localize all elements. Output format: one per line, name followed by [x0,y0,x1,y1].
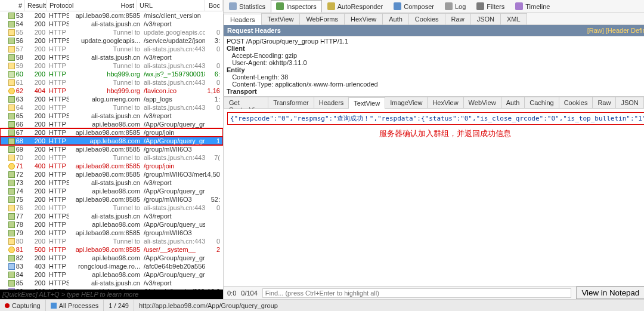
request-header-line: Entity [227,66,644,73]
session-row[interactable]: 78200HTTPapi.lebao98.com/App/Group/query… [0,220,223,229]
toolbar-statistics[interactable]: Statistics [224,0,271,13]
status-bar: Capturing All Processes 1 / 249 http://a… [0,299,644,311]
session-row[interactable]: 75200HTTPapi.lebao98.com:8585/group/mWII… [0,195,223,204]
resp-tab-json[interactable]: JSON [615,97,643,108]
sessions-columns[interactable]: # Result Protocol Host URL Boc [0,0,223,11]
session-row[interactable]: 85200HTTPSali-stats.jpush.cn/v3/report [0,279,223,287]
response-body[interactable]: {"respcode":"0","respmsg":"查询成功！","respd… [224,109,644,286]
session-row[interactable]: 56200HTTPSupdate.googleapis.../service/u… [0,36,223,45]
col-body[interactable]: Boc [205,0,223,11]
resp-tab-caching[interactable]: Caching [524,97,559,108]
toolbar-autoresponder[interactable]: AutoResponder [322,0,388,13]
session-row[interactable]: 82200HTTPapi.lebao98.com/App/Group/query… [0,254,223,262]
sessions-list[interactable]: 53200HTTPSapi.lebao98.com:8585/misc/clie… [0,11,223,290]
req-tab-json[interactable]: JSON [470,13,501,24]
session-row[interactable]: 83403HTTProngcloud-image.ro.../afc0e64b9… [0,262,223,270]
col-url[interactable]: URL [137,0,205,11]
session-row[interactable]: 71400HTTPapi.lebao98.com:8585/group/join [0,162,223,170]
session-row[interactable]: 65200HTTPSali-stats.jpush.cn/v3/report [0,112,223,120]
session-type-icon [8,280,15,287]
session-type-icon [8,146,15,153]
view-in-notepad-button[interactable]: View in Notepad [576,287,644,299]
request-headers-body[interactable]: POST /App/Group/query_group HTTP/1.1Clie… [224,36,644,97]
response-json[interactable]: {"respcode":"0","respmsg":"查询成功！","respd… [227,112,644,125]
request-headers-title: Request Headers [227,27,281,34]
session-row[interactable]: 77200HTTPSali-stats.jpush.cn/v3/report [0,212,223,220]
filters-icon [476,2,484,10]
req-tab-textview[interactable]: TextView [261,13,301,24]
col-protocol[interactable]: Protocol [47,0,69,11]
toolbar-composer[interactable]: Composer [388,0,439,13]
session-row[interactable]: 70200HTTPTunnel toali-stats.jpush.cn:443… [0,153,223,162]
response-note: 服务器确认加入群组，并返回成功信息 [227,128,644,139]
session-row[interactable]: 73200HTTPSali-stats.jpush.cn/v3/report [0,178,223,187]
session-row[interactable]: 60200HTTPhbq999.org/wx.js?_=159790001873… [0,70,223,78]
session-type-icon [8,255,15,261]
col-num[interactable]: # [0,0,25,11]
session-row[interactable]: 63200HTTPSalog.umeng.com/app_logs1: [0,95,223,103]
session-type-icon [8,113,15,119]
session-type-icon [8,54,15,61]
session-row[interactable]: 53200HTTPSapi.lebao98.com:8585/misc/clie… [0,11,223,20]
capturing-indicator[interactable]: Capturing [0,300,46,311]
quickexec-bar[interactable]: [QuickExec] ALT+Q > type HELP to learn m… [0,290,223,299]
timeline-icon [515,2,523,10]
resp-tab-hexview[interactable]: HexView [427,97,463,108]
session-row[interactable]: 74200HTTPapi.lebao98.com/App/Group/query… [0,187,223,195]
col-result[interactable]: Result [25,0,47,11]
resp-tab-auth[interactable]: Auth [501,97,525,108]
resp-tab-webview[interactable]: WebView [463,97,501,108]
toolbar-inspectors[interactable]: Inspectors [271,0,322,13]
session-type-icon [8,88,15,94]
req-tab-xml[interactable]: XML [500,13,527,24]
resp-tab-cookies[interactable]: Cookies [559,97,593,108]
session-type-icon [8,238,15,245]
session-row[interactable]: 80200HTTPTunnel toali-stats.jpush.cn:443… [0,237,223,245]
find-input[interactable] [262,288,572,298]
session-row[interactable]: 55200HTTPTunnel toupdate.googleapis.com:… [0,28,223,36]
toolbar-timeline[interactable]: Timeline [510,0,555,13]
response-tabs: Get SyntaxViewTransformerHeadersTextView… [224,97,644,109]
toolbar-filters[interactable]: Filters [471,0,510,13]
request-header-line: User-Agent: okhttp/3.11.0 [227,59,644,66]
toolbar-log[interactable]: Log [439,0,471,13]
session-row[interactable]: 62404HTTPhbq999.org/favicon.ico1,16 [0,87,223,95]
session-row[interactable]: 79200HTTPapi.lebao98.com:8585/group/mWII… [0,229,223,237]
session-row[interactable]: 66200HTTPapi.lebao98.com/App/Group/query… [0,120,223,128]
session-type-icon [8,230,15,236]
request-tabs: HeadersTextViewWebFormsHexViewAuthCookie… [224,13,644,25]
resp-tab-transformer[interactable]: Transformer [268,97,314,108]
session-row[interactable]: 67200HTTPapi.lebao98.com:8585/group/join [0,128,223,137]
resp-tab-imageview[interactable]: ImageView [385,97,428,108]
resp-tab-textview[interactable]: TextView [348,97,385,109]
session-row[interactable]: 64200HTTPTunnel toali-stats.jpush.cn:443… [0,103,223,112]
session-row[interactable]: 59200HTTPTunnel toali-stats.jpush.cn:443… [0,61,223,70]
session-row[interactable]: 58200HTTPSali-stats.jpush.cn/v3/report [0,53,223,61]
resp-tab-raw[interactable]: Raw [592,97,616,108]
session-row[interactable]: 54200HTTPSali-stats.jpush.cn/v3/report [0,20,223,28]
req-tab-headers[interactable]: Headers [224,14,262,25]
session-row[interactable]: 84200HTTPapi.lebao98.com/App/Group/query… [0,270,223,279]
session-row[interactable]: 57200HTTPTunnel toali-stats.jpush.cn:443… [0,45,223,53]
req-tab-hexview[interactable]: HexView [344,13,383,24]
req-tab-webforms[interactable]: WebForms [299,13,345,24]
session-type-icon [8,29,15,36]
req-tab-auth[interactable]: Auth [382,13,409,24]
col-host[interactable]: Host [69,0,137,11]
session-row[interactable]: 72200HTTPapi.lebao98.com:8585/group/mWII… [0,170,223,178]
req-tab-raw[interactable]: Raw [445,13,471,24]
resp-tab-get-syntaxview[interactable]: Get SyntaxView [224,97,268,108]
session-row[interactable]: 68200HTTPapp.lebao98.com/App/Group/query… [0,137,223,145]
req-tab-cookies[interactable]: Cookies [408,13,445,24]
session-type-icon [8,155,15,161]
session-row[interactable]: 61200HTTPTunnel toali-stats.jpush.cn:443… [0,78,223,87]
session-row[interactable]: 69200HTTPapi.lebao98.com:8585/group/mWII… [0,145,223,153]
response-footer: 0:0 0/104 View in Notepad ... [224,286,644,299]
session-row[interactable]: 81500HTTPapi.lebao98.com:8585/user/__sys… [0,245,223,254]
resp-tab-headers[interactable]: Headers [314,97,349,108]
match-count: 0/104 [241,290,258,297]
session-row[interactable]: 76200HTTPTunnel toali-stats.jpush.cn:443… [0,204,223,212]
processes-filter[interactable]: All Processes [46,300,104,311]
session-type-icon [8,38,15,44]
request-headers-links[interactable]: [Raw] [Header Definitions] [587,27,644,34]
